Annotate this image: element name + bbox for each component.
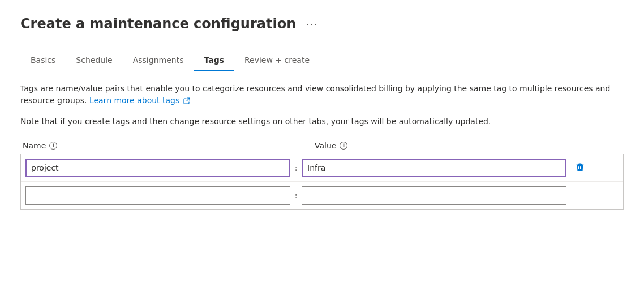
tags-rows-container: : : xyxy=(20,154,624,210)
ellipsis-menu-button[interactable]: ··· xyxy=(303,17,321,31)
description-text: Tags are name/value pairs that enable yo… xyxy=(20,83,620,107)
tab-basics[interactable]: Basics xyxy=(20,50,66,71)
table-row: : xyxy=(21,154,623,182)
tag-separator-2: : xyxy=(290,191,302,200)
tab-tags[interactable]: Tags xyxy=(194,50,234,71)
tag-name-input-2[interactable] xyxy=(25,186,290,205)
tab-review-create[interactable]: Review + create xyxy=(234,50,320,71)
tab-navigation: Basics Schedule Assignments Tags Review … xyxy=(20,50,624,71)
tag-value-input-2[interactable] xyxy=(302,186,566,205)
table-row: : xyxy=(21,182,623,209)
tags-section: Name i Value i : : xyxy=(20,141,624,210)
page-title: Create a maintenance configuration xyxy=(20,16,296,32)
note-text: Note that if you create tags and then ch… xyxy=(20,116,586,128)
external-link-icon xyxy=(183,97,190,104)
trash-icon xyxy=(576,163,585,172)
name-column-header: Name i xyxy=(23,141,294,150)
tag-value-input-1[interactable] xyxy=(302,159,566,177)
name-info-icon[interactable]: i xyxy=(49,142,57,150)
delete-tag-button-1[interactable] xyxy=(571,159,589,177)
value-column-header: Value i xyxy=(315,141,586,150)
learn-more-link[interactable]: Learn more about tags xyxy=(89,96,190,105)
value-info-icon[interactable]: i xyxy=(340,142,347,150)
tab-schedule[interactable]: Schedule xyxy=(66,50,122,71)
tab-assignments[interactable]: Assignments xyxy=(123,50,194,71)
tag-separator-1: : xyxy=(290,163,302,172)
tag-name-input-1[interactable] xyxy=(25,159,290,177)
tags-header: Name i Value i xyxy=(20,141,624,150)
